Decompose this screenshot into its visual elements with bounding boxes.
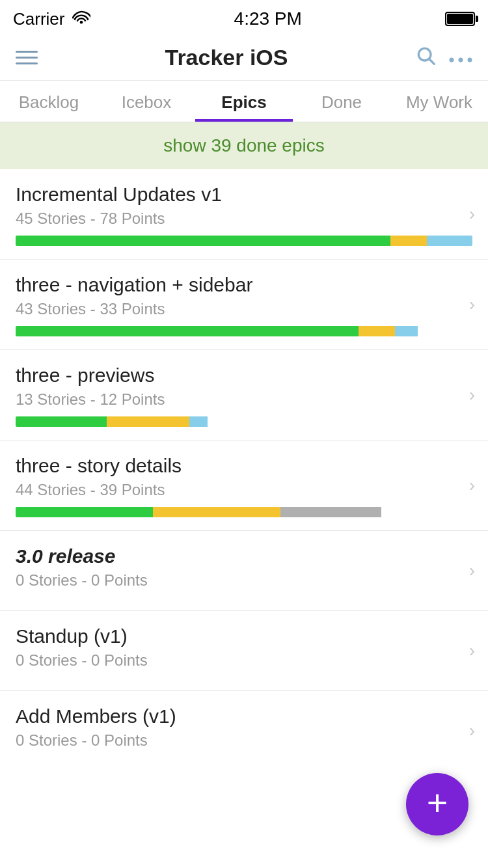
chevron-right-icon: › bbox=[469, 475, 475, 496]
tab-backlog[interactable]: Backlog bbox=[0, 81, 98, 122]
epic-subtitle: 44 Stories - 39 Points bbox=[16, 481, 472, 499]
progress-bar bbox=[16, 416, 472, 427]
svg-point-4 bbox=[467, 57, 472, 62]
progress-bar bbox=[16, 326, 472, 336]
chevron-right-icon: › bbox=[469, 294, 475, 315]
epic-subtitle: 43 Stories - 33 Points bbox=[16, 300, 472, 318]
chevron-right-icon: › bbox=[469, 720, 475, 741]
epic-title: Add Members (v1) bbox=[16, 705, 472, 727]
epic-subtitle: 45 Stories - 78 Points bbox=[16, 210, 472, 228]
epic-item[interactable]: three - story details 44 Stories - 39 Po… bbox=[0, 441, 488, 531]
search-icon[interactable] bbox=[415, 45, 436, 70]
carrier-label: Carrier bbox=[13, 9, 64, 29]
progress-segment bbox=[16, 326, 359, 336]
svg-point-3 bbox=[458, 57, 463, 62]
menu-button[interactable] bbox=[16, 51, 38, 64]
epic-list: Incremental Updates v1 45 Stories - 78 P… bbox=[0, 169, 488, 770]
epic-item[interactable]: Standup (v1) 0 Stories - 0 Points › bbox=[0, 611, 488, 691]
progress-segment bbox=[189, 416, 208, 427]
epic-title: three - story details bbox=[16, 455, 472, 477]
epic-title: Standup (v1) bbox=[16, 625, 472, 647]
progress-segment bbox=[395, 326, 418, 336]
tab-epics[interactable]: Epics bbox=[195, 81, 293, 122]
epic-item[interactable]: Add Members (v1) 0 Stories - 0 Points › bbox=[0, 691, 488, 770]
header: Tracker iOS bbox=[0, 35, 488, 81]
epic-title: three - previews bbox=[16, 364, 472, 387]
epic-subtitle: 0 Stories - 0 Points bbox=[16, 731, 472, 750]
epic-item[interactable]: three - previews 13 Stories - 12 Points … bbox=[0, 350, 488, 441]
plus-icon: + bbox=[427, 785, 448, 821]
progress-segment bbox=[16, 236, 390, 246]
epic-title: 3.0 release bbox=[16, 545, 472, 567]
svg-line-1 bbox=[429, 59, 434, 64]
chevron-right-icon: › bbox=[469, 640, 475, 661]
show-done-banner[interactable]: show 39 done epics bbox=[0, 122, 488, 169]
tab-done[interactable]: Done bbox=[293, 81, 390, 122]
progress-segment bbox=[280, 507, 381, 517]
chevron-right-icon: › bbox=[469, 560, 475, 581]
epic-item[interactable]: 3.0 release 0 Stories - 0 Points › bbox=[0, 531, 488, 611]
status-time: 4:23 PM bbox=[234, 8, 302, 29]
progress-bar bbox=[16, 507, 472, 517]
progress-segment bbox=[390, 236, 427, 246]
epic-subtitle: 13 Stories - 12 Points bbox=[16, 390, 472, 409]
more-icon[interactable] bbox=[449, 47, 472, 69]
epic-subtitle: 0 Stories - 0 Points bbox=[16, 571, 472, 590]
progress-segment bbox=[153, 507, 281, 517]
add-epic-button[interactable]: + bbox=[406, 773, 468, 835]
tab-icebox[interactable]: Icebox bbox=[98, 81, 195, 122]
status-bar: Carrier 4:23 PM bbox=[0, 0, 488, 35]
chevron-right-icon: › bbox=[469, 385, 475, 405]
epic-item[interactable]: Incremental Updates v1 45 Stories - 78 P… bbox=[0, 169, 488, 260]
epic-title: three - navigation + sidebar bbox=[16, 274, 472, 296]
progress-segment bbox=[427, 236, 472, 246]
progress-segment bbox=[16, 507, 153, 517]
progress-segment bbox=[16, 416, 107, 427]
svg-point-2 bbox=[449, 57, 454, 62]
battery-icon bbox=[445, 12, 475, 26]
tab-mywork[interactable]: My Work bbox=[390, 81, 488, 122]
progress-bar bbox=[16, 236, 472, 246]
epic-subtitle: 0 Stories - 0 Points bbox=[16, 651, 472, 670]
epic-item[interactable]: three - navigation + sidebar 43 Stories … bbox=[0, 260, 488, 350]
wifi-icon bbox=[72, 10, 90, 28]
progress-segment bbox=[107, 416, 189, 427]
progress-segment bbox=[359, 326, 395, 336]
epic-title: Incremental Updates v1 bbox=[16, 183, 472, 206]
chevron-right-icon: › bbox=[469, 204, 475, 224]
tab-bar: Backlog Icebox Epics Done My Work bbox=[0, 81, 488, 122]
app-title: Tracker iOS bbox=[165, 45, 288, 70]
